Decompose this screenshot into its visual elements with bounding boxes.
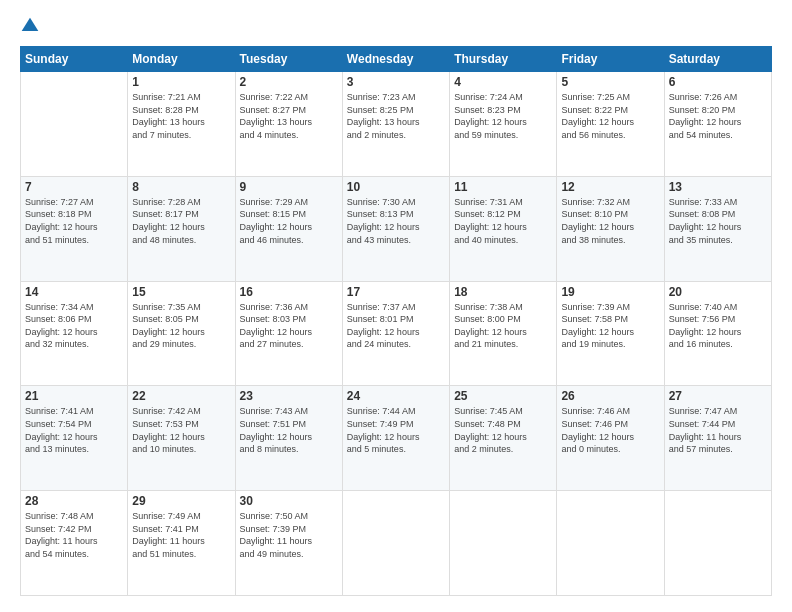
day-number: 8 xyxy=(132,180,230,194)
day-number: 25 xyxy=(454,389,552,403)
calendar-cell: 6Sunrise: 7:26 AM Sunset: 8:20 PM Daylig… xyxy=(664,72,771,177)
day-info: Sunrise: 7:24 AM Sunset: 8:23 PM Dayligh… xyxy=(454,91,552,141)
calendar-header-wednesday: Wednesday xyxy=(342,47,449,72)
calendar-cell: 24Sunrise: 7:44 AM Sunset: 7:49 PM Dayli… xyxy=(342,386,449,491)
day-info: Sunrise: 7:22 AM Sunset: 8:27 PM Dayligh… xyxy=(240,91,338,141)
calendar-cell: 2Sunrise: 7:22 AM Sunset: 8:27 PM Daylig… xyxy=(235,72,342,177)
day-info: Sunrise: 7:31 AM Sunset: 8:12 PM Dayligh… xyxy=(454,196,552,246)
day-number: 4 xyxy=(454,75,552,89)
day-info: Sunrise: 7:49 AM Sunset: 7:41 PM Dayligh… xyxy=(132,510,230,560)
day-info: Sunrise: 7:45 AM Sunset: 7:48 PM Dayligh… xyxy=(454,405,552,455)
calendar-cell: 18Sunrise: 7:38 AM Sunset: 8:00 PM Dayli… xyxy=(450,281,557,386)
calendar-cell: 13Sunrise: 7:33 AM Sunset: 8:08 PM Dayli… xyxy=(664,176,771,281)
calendar-cell: 28Sunrise: 7:48 AM Sunset: 7:42 PM Dayli… xyxy=(21,491,128,596)
day-info: Sunrise: 7:25 AM Sunset: 8:22 PM Dayligh… xyxy=(561,91,659,141)
day-number: 28 xyxy=(25,494,123,508)
day-number: 5 xyxy=(561,75,659,89)
calendar-header-tuesday: Tuesday xyxy=(235,47,342,72)
calendar-cell: 17Sunrise: 7:37 AM Sunset: 8:01 PM Dayli… xyxy=(342,281,449,386)
day-info: Sunrise: 7:29 AM Sunset: 8:15 PM Dayligh… xyxy=(240,196,338,246)
day-info: Sunrise: 7:26 AM Sunset: 8:20 PM Dayligh… xyxy=(669,91,767,141)
calendar-cell: 1Sunrise: 7:21 AM Sunset: 8:28 PM Daylig… xyxy=(128,72,235,177)
day-number: 30 xyxy=(240,494,338,508)
day-info: Sunrise: 7:44 AM Sunset: 7:49 PM Dayligh… xyxy=(347,405,445,455)
calendar-cell: 19Sunrise: 7:39 AM Sunset: 7:58 PM Dayli… xyxy=(557,281,664,386)
calendar: SundayMondayTuesdayWednesdayThursdayFrid… xyxy=(20,46,772,596)
day-info: Sunrise: 7:27 AM Sunset: 8:18 PM Dayligh… xyxy=(25,196,123,246)
day-number: 10 xyxy=(347,180,445,194)
day-number: 24 xyxy=(347,389,445,403)
calendar-header-monday: Monday xyxy=(128,47,235,72)
day-number: 15 xyxy=(132,285,230,299)
calendar-cell: 27Sunrise: 7:47 AM Sunset: 7:44 PM Dayli… xyxy=(664,386,771,491)
day-info: Sunrise: 7:21 AM Sunset: 8:28 PM Dayligh… xyxy=(132,91,230,141)
calendar-cell xyxy=(557,491,664,596)
day-number: 7 xyxy=(25,180,123,194)
day-number: 21 xyxy=(25,389,123,403)
calendar-cell: 10Sunrise: 7:30 AM Sunset: 8:13 PM Dayli… xyxy=(342,176,449,281)
calendar-cell xyxy=(21,72,128,177)
calendar-cell: 7Sunrise: 7:27 AM Sunset: 8:18 PM Daylig… xyxy=(21,176,128,281)
day-info: Sunrise: 7:40 AM Sunset: 7:56 PM Dayligh… xyxy=(669,301,767,351)
calendar-header-sunday: Sunday xyxy=(21,47,128,72)
calendar-cell xyxy=(342,491,449,596)
calendar-cell: 29Sunrise: 7:49 AM Sunset: 7:41 PM Dayli… xyxy=(128,491,235,596)
calendar-cell: 25Sunrise: 7:45 AM Sunset: 7:48 PM Dayli… xyxy=(450,386,557,491)
day-number: 22 xyxy=(132,389,230,403)
logo xyxy=(20,16,44,36)
day-info: Sunrise: 7:28 AM Sunset: 8:17 PM Dayligh… xyxy=(132,196,230,246)
calendar-header-row: SundayMondayTuesdayWednesdayThursdayFrid… xyxy=(21,47,772,72)
day-info: Sunrise: 7:50 AM Sunset: 7:39 PM Dayligh… xyxy=(240,510,338,560)
calendar-header-friday: Friday xyxy=(557,47,664,72)
calendar-cell: 11Sunrise: 7:31 AM Sunset: 8:12 PM Dayli… xyxy=(450,176,557,281)
day-info: Sunrise: 7:32 AM Sunset: 8:10 PM Dayligh… xyxy=(561,196,659,246)
day-info: Sunrise: 7:34 AM Sunset: 8:06 PM Dayligh… xyxy=(25,301,123,351)
calendar-cell: 14Sunrise: 7:34 AM Sunset: 8:06 PM Dayli… xyxy=(21,281,128,386)
calendar-cell xyxy=(450,491,557,596)
page: SundayMondayTuesdayWednesdayThursdayFrid… xyxy=(0,0,792,612)
day-info: Sunrise: 7:48 AM Sunset: 7:42 PM Dayligh… xyxy=(25,510,123,560)
calendar-week-3: 21Sunrise: 7:41 AM Sunset: 7:54 PM Dayli… xyxy=(21,386,772,491)
calendar-cell: 8Sunrise: 7:28 AM Sunset: 8:17 PM Daylig… xyxy=(128,176,235,281)
day-number: 20 xyxy=(669,285,767,299)
calendar-cell: 15Sunrise: 7:35 AM Sunset: 8:05 PM Dayli… xyxy=(128,281,235,386)
calendar-cell: 20Sunrise: 7:40 AM Sunset: 7:56 PM Dayli… xyxy=(664,281,771,386)
day-info: Sunrise: 7:23 AM Sunset: 8:25 PM Dayligh… xyxy=(347,91,445,141)
calendar-week-4: 28Sunrise: 7:48 AM Sunset: 7:42 PM Dayli… xyxy=(21,491,772,596)
calendar-week-1: 7Sunrise: 7:27 AM Sunset: 8:18 PM Daylig… xyxy=(21,176,772,281)
day-info: Sunrise: 7:38 AM Sunset: 8:00 PM Dayligh… xyxy=(454,301,552,351)
day-info: Sunrise: 7:39 AM Sunset: 7:58 PM Dayligh… xyxy=(561,301,659,351)
day-number: 3 xyxy=(347,75,445,89)
day-number: 18 xyxy=(454,285,552,299)
header xyxy=(20,16,772,36)
day-info: Sunrise: 7:41 AM Sunset: 7:54 PM Dayligh… xyxy=(25,405,123,455)
calendar-cell xyxy=(664,491,771,596)
calendar-cell: 21Sunrise: 7:41 AM Sunset: 7:54 PM Dayli… xyxy=(21,386,128,491)
calendar-cell: 4Sunrise: 7:24 AM Sunset: 8:23 PM Daylig… xyxy=(450,72,557,177)
day-number: 2 xyxy=(240,75,338,89)
calendar-header-saturday: Saturday xyxy=(664,47,771,72)
calendar-week-2: 14Sunrise: 7:34 AM Sunset: 8:06 PM Dayli… xyxy=(21,281,772,386)
day-number: 12 xyxy=(561,180,659,194)
day-number: 6 xyxy=(669,75,767,89)
day-number: 17 xyxy=(347,285,445,299)
day-info: Sunrise: 7:42 AM Sunset: 7:53 PM Dayligh… xyxy=(132,405,230,455)
day-number: 23 xyxy=(240,389,338,403)
calendar-cell: 23Sunrise: 7:43 AM Sunset: 7:51 PM Dayli… xyxy=(235,386,342,491)
day-number: 29 xyxy=(132,494,230,508)
day-info: Sunrise: 7:35 AM Sunset: 8:05 PM Dayligh… xyxy=(132,301,230,351)
day-number: 27 xyxy=(669,389,767,403)
day-info: Sunrise: 7:36 AM Sunset: 8:03 PM Dayligh… xyxy=(240,301,338,351)
calendar-cell: 30Sunrise: 7:50 AM Sunset: 7:39 PM Dayli… xyxy=(235,491,342,596)
day-number: 19 xyxy=(561,285,659,299)
svg-marker-0 xyxy=(22,18,39,31)
calendar-cell: 5Sunrise: 7:25 AM Sunset: 8:22 PM Daylig… xyxy=(557,72,664,177)
day-number: 13 xyxy=(669,180,767,194)
calendar-header-thursday: Thursday xyxy=(450,47,557,72)
calendar-cell: 26Sunrise: 7:46 AM Sunset: 7:46 PM Dayli… xyxy=(557,386,664,491)
day-info: Sunrise: 7:33 AM Sunset: 8:08 PM Dayligh… xyxy=(669,196,767,246)
calendar-cell: 9Sunrise: 7:29 AM Sunset: 8:15 PM Daylig… xyxy=(235,176,342,281)
day-number: 14 xyxy=(25,285,123,299)
day-number: 11 xyxy=(454,180,552,194)
calendar-cell: 16Sunrise: 7:36 AM Sunset: 8:03 PM Dayli… xyxy=(235,281,342,386)
